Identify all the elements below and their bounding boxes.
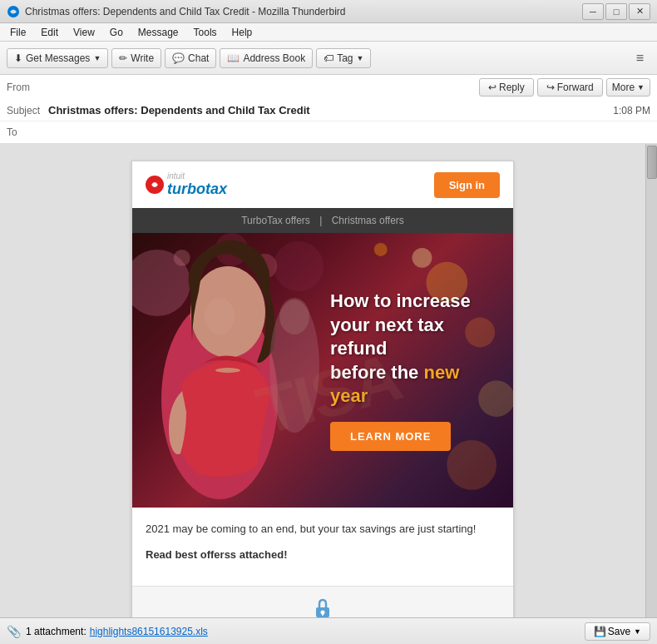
close-button[interactable]: ✕: [629, 3, 650, 20]
email-scroll-area[interactable]: TISA: [0, 144, 657, 644]
turbotax-nav: TurboTax offers | Christmas offers: [132, 208, 513, 233]
get-messages-label: Get Messages: [26, 52, 90, 64]
save-dropdown-icon[interactable]: ▼: [634, 627, 641, 636]
hero-cta-button[interactable]: LEARN MORE: [330, 422, 451, 451]
more-button[interactable]: More ▼: [606, 78, 650, 97]
minimize-button[interactable]: ─: [582, 3, 604, 20]
more-label: More: [612, 82, 635, 93]
body-strong-text: Read best offerss attached!: [146, 548, 288, 561]
hero-person-figure: [132, 233, 332, 508]
reply-label: Reply: [499, 82, 525, 93]
forward-icon: ↪: [546, 82, 555, 93]
menu-message[interactable]: Message: [131, 25, 185, 40]
tag-label: Tag: [337, 52, 353, 64]
menu-view[interactable]: View: [67, 25, 101, 40]
subject-label: Subject: [7, 105, 48, 116]
to-row: To: [0, 121, 657, 143]
chat-icon: 💬: [172, 52, 185, 64]
attachment-count: 1 attachment:: [26, 626, 86, 637]
menu-file[interactable]: File: [3, 25, 32, 40]
turbotax-logo-text: intuit turbotax: [167, 171, 227, 198]
main-window: Christmas offers: Dependents and Child T…: [0, 0, 657, 644]
timestamp: 1:08 PM: [613, 105, 650, 116]
menu-edit[interactable]: Edit: [34, 25, 65, 40]
toolbar: ⬇ Get Messages ▼ ✏ Write 💬 Chat 📖 Addres…: [0, 42, 657, 75]
email-hero: How to increase your next tax refund bef…: [132, 233, 513, 508]
subject-row: Subject Christmas offers: Dependents and…: [0, 100, 657, 121]
attachment-filename[interactable]: highlights86151613925.xls: [90, 626, 208, 637]
save-icon: 💾: [594, 626, 606, 637]
svg-point-19: [279, 298, 309, 334]
svg-point-5: [412, 248, 432, 268]
hero-headline: How to increase your next tax refund bef…: [330, 290, 496, 409]
svg-point-2: [152, 182, 157, 187]
save-label: Save: [608, 626, 630, 637]
nav-link-2[interactable]: Christmas offers: [332, 215, 404, 226]
menu-bar: File Edit View Go Message Tools Help: [0, 23, 657, 42]
chat-button[interactable]: 💬 Chat: [165, 48, 216, 68]
attachment-bar: 📎 1 attachment: highlights86151613925.xl…: [0, 617, 657, 644]
email-header: From ↩ Reply ↪ Forward More ▼ Subject: [0, 75, 657, 144]
email-body-wrapper: TISA: [0, 144, 645, 644]
tag-dropdown-icon[interactable]: ▼: [357, 54, 364, 62]
tag-button[interactable]: 🏷 Tag ▼: [316, 48, 371, 68]
hero-text: How to increase your next tax refund bef…: [330, 290, 496, 451]
from-row: From ↩ Reply ↪ Forward More ▼: [0, 75, 657, 100]
body-paragraph-1: 2021 may be coming to an end, but your t…: [146, 521, 500, 538]
nav-separator: |: [319, 215, 322, 226]
thunderbird-icon: [7, 5, 20, 18]
address-book-label: Address Book: [243, 52, 305, 64]
write-icon: ✏: [119, 52, 127, 64]
svg-point-7: [374, 243, 388, 256]
hero-line3: before the: [330, 362, 423, 383]
address-book-button[interactable]: 📖 Address Book: [220, 48, 313, 68]
hero-line2: your next tax refund: [330, 315, 444, 359]
get-messages-dropdown-icon[interactable]: ▼: [93, 54, 101, 62]
scrollbar-thumb[interactable]: [647, 146, 657, 179]
paperclip-icon: 📎: [7, 625, 21, 638]
scroll-content[interactable]: TISA: [0, 144, 657, 644]
body-paragraph-2: Read best offerss attached!: [146, 547, 500, 564]
maximize-button[interactable]: □: [605, 3, 627, 20]
hamburger-menu-button[interactable]: ≡: [630, 47, 650, 69]
save-button[interactable]: 💾 Save ▼: [585, 622, 650, 641]
svg-point-16: [215, 368, 240, 373]
to-label: To: [7, 126, 48, 138]
turbotax-header: intuit turbotax Sign in: [132, 161, 513, 208]
svg-point-17: [205, 298, 235, 334]
address-book-icon: 📖: [227, 52, 240, 64]
intuit-label: intuit: [167, 171, 227, 181]
forward-label: Forward: [557, 82, 594, 93]
svg-point-13: [274, 241, 324, 291]
get-messages-button[interactable]: ⬇ Get Messages ▼: [7, 48, 108, 68]
menu-go[interactable]: Go: [103, 25, 130, 40]
email-actions: ↩ Reply ↪ Forward More ▼: [479, 78, 650, 97]
email-body: intuit turbotax Sign in TurboTax offers …: [131, 161, 514, 644]
write-button[interactable]: ✏ Write: [111, 48, 161, 68]
signin-button[interactable]: Sign in: [434, 172, 500, 198]
window-controls: ─ □ ✕: [582, 3, 650, 20]
forward-button[interactable]: ↪ Forward: [537, 78, 603, 97]
svg-point-12: [132, 250, 190, 316]
scrollbar-track[interactable]: [645, 144, 657, 644]
from-label: From: [7, 82, 48, 93]
more-dropdown-icon: ▼: [637, 83, 645, 92]
nav-link-1[interactable]: TurboTax offers: [241, 215, 310, 226]
email-body-text: 2021 may be coming to an end, but your t…: [132, 508, 513, 586]
reply-icon: ↩: [488, 82, 496, 93]
window-title: Christmas offers: Dependents and Child T…: [25, 6, 346, 17]
tag-icon: 🏷: [324, 52, 333, 64]
get-messages-icon: ⬇: [14, 52, 22, 64]
chat-label: Chat: [188, 52, 209, 64]
subject-value: Christmas offers: Dependents and Child T…: [48, 104, 613, 116]
reply-button[interactable]: ↩ Reply: [479, 78, 534, 97]
turbotax-logo-icon: [146, 176, 164, 194]
menu-help[interactable]: Help: [225, 25, 259, 40]
title-bar: Christmas offers: Dependents and Child T…: [0, 0, 657, 23]
turbotax-name: turbotax: [167, 181, 227, 198]
menu-tools[interactable]: Tools: [187, 25, 224, 40]
hero-line1: How to increase: [330, 290, 471, 311]
write-label: Write: [131, 52, 154, 64]
svg-rect-22: [322, 612, 324, 616]
turbotax-logo: intuit turbotax: [146, 171, 227, 198]
